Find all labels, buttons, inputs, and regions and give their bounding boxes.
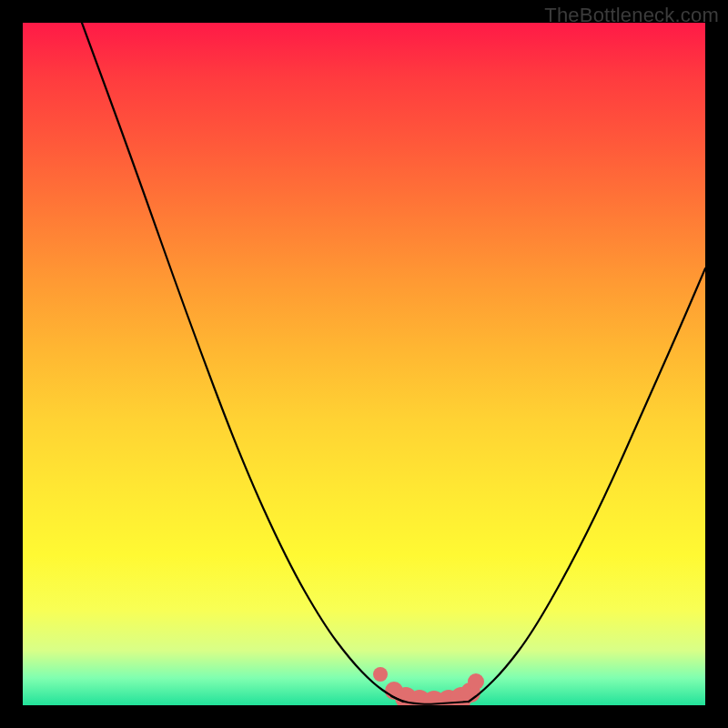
valley-marker xyxy=(468,673,484,690)
chart-frame: TheBottleneck.com xyxy=(0,0,728,728)
right-curve xyxy=(469,268,705,702)
valley-markers xyxy=(373,667,484,705)
left-curve xyxy=(82,23,403,702)
curve-layer xyxy=(23,23,705,705)
valley-marker xyxy=(373,667,388,682)
plot-area xyxy=(23,23,705,705)
watermark-text: TheBottleneck.com xyxy=(544,4,719,27)
